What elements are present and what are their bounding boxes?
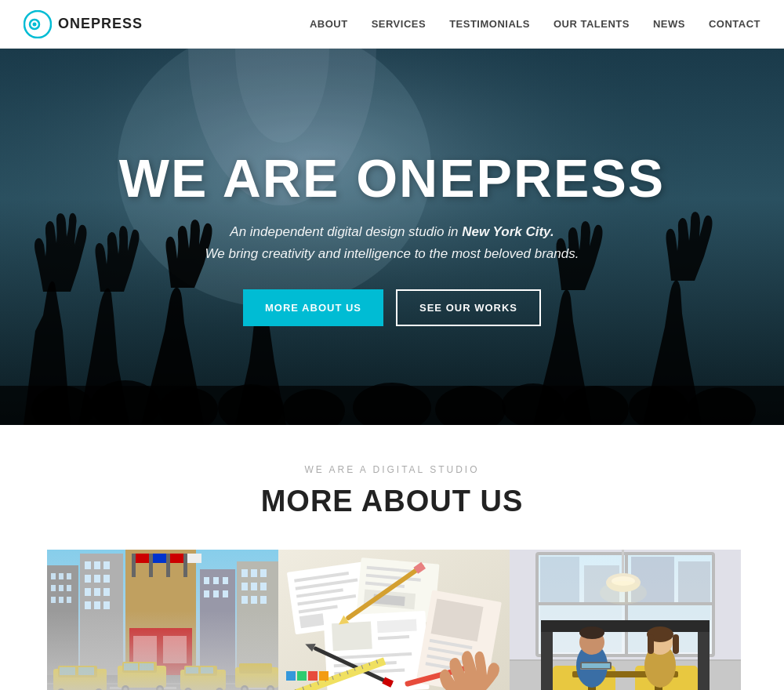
svg-rect-169 [540, 557, 579, 602]
svg-rect-105 [239, 663, 272, 674]
svg-rect-99 [201, 667, 213, 674]
svg-rect-98 [186, 667, 198, 674]
hero-subtitle: An independent digital design studio in … [119, 224, 665, 240]
svg-rect-74 [47, 683, 278, 685]
main-nav: ABOUT SERVICES TESTIMONIALS OUR TALENTS … [310, 18, 760, 30]
svg-rect-29 [59, 597, 64, 603]
svg-rect-22 [51, 573, 56, 579]
svg-rect-82 [60, 667, 75, 675]
svg-rect-90 [124, 663, 138, 670]
hero-title: WE ARE ONEPRESS [119, 147, 665, 209]
svg-rect-64 [241, 569, 248, 577]
design-illustration [278, 550, 510, 690]
svg-rect-89 [122, 662, 157, 673]
svg-rect-177 [541, 628, 553, 690]
svg-rect-195 [673, 634, 679, 654]
svg-rect-32 [85, 561, 91, 569]
svg-rect-56 [200, 569, 235, 675]
svg-rect-97 [184, 666, 217, 676]
logo-area[interactable]: ONEPRESS [24, 10, 143, 38]
nav-contact[interactable]: CONTACT [709, 18, 760, 30]
svg-rect-126 [377, 619, 417, 634]
svg-rect-48 [132, 554, 136, 577]
svg-point-0 [24, 11, 51, 38]
see-our-works-button[interactable]: SEE OUR WORKS [396, 289, 541, 326]
svg-rect-54 [183, 554, 187, 577]
svg-rect-45 [129, 628, 192, 675]
svg-rect-160 [297, 671, 307, 681]
svg-point-94 [156, 685, 164, 690]
svg-rect-104 [235, 667, 278, 688]
svg-rect-88 [118, 666, 166, 688]
svg-rect-73 [47, 675, 278, 690]
svg-rect-55 [187, 554, 201, 563]
svg-rect-59 [223, 577, 228, 584]
svg-rect-47 [163, 636, 187, 663]
card-history-image [47, 550, 278, 690]
office-illustration [510, 550, 741, 690]
svg-rect-51 [153, 554, 167, 563]
svg-point-2 [33, 22, 37, 26]
svg-rect-62 [223, 590, 228, 597]
svg-rect-40 [103, 588, 110, 596]
svg-rect-25 [51, 585, 56, 591]
svg-point-109 [269, 688, 273, 691]
nav-about[interactable]: ABOUT [310, 18, 348, 30]
svg-rect-75 [71, 687, 90, 689]
svg-rect-194 [648, 634, 654, 654]
svg-rect-24 [67, 573, 71, 579]
site-header: ONEPRESS ABOUT SERVICES TESTIMONIALS OUR… [0, 0, 784, 49]
svg-rect-60 [204, 590, 209, 597]
svg-rect-161 [308, 671, 318, 681]
svg-rect-178 [698, 628, 710, 690]
svg-rect-71 [251, 596, 257, 604]
svg-rect-79 [247, 687, 267, 689]
svg-rect-57 [204, 577, 209, 584]
svg-point-106 [241, 685, 249, 690]
svg-rect-30 [67, 597, 71, 603]
svg-rect-172 [678, 561, 710, 602]
logo-text: ONEPRESS [58, 16, 143, 32]
nav-testimonials[interactable]: TESTIMONIALS [449, 18, 530, 30]
hero-buttons: MORE ABOUT US SEE OUR WORKS [119, 289, 665, 326]
svg-rect-78 [204, 687, 223, 689]
svg-rect-28 [51, 597, 56, 603]
svg-rect-46 [133, 636, 157, 663]
svg-rect-179 [541, 620, 710, 632]
logo-icon [24, 10, 52, 38]
nav-our-talents[interactable]: OUR TALENTS [554, 18, 630, 30]
nav-services[interactable]: SERVICES [372, 18, 426, 30]
nav-news[interactable]: NEWS [653, 18, 685, 30]
svg-rect-80 [53, 669, 107, 690]
svg-rect-65 [251, 569, 257, 577]
hero-content: WE ARE ONEPRESS An independent digital d… [88, 147, 696, 326]
svg-rect-96 [180, 670, 226, 690]
svg-point-95 [158, 688, 162, 691]
svg-point-93 [124, 688, 128, 691]
svg-rect-63 [237, 561, 278, 675]
svg-rect-50 [149, 554, 153, 577]
svg-rect-42 [94, 601, 100, 609]
more-about-us-button[interactable]: MORE ABOUT US [243, 289, 383, 326]
svg-rect-81 [58, 666, 97, 677]
svg-rect-125 [332, 622, 372, 652]
about-section: WE ARE A DIGITAL STUDIO MORE ABOUT US [0, 425, 784, 690]
hero-subtitle2: We bring creativity and intelligence to … [119, 246, 665, 262]
cards-row: OUR HISTORY [24, 550, 760, 690]
svg-rect-49 [136, 554, 150, 563]
nyc-illustration [47, 550, 278, 690]
card-history: OUR HISTORY [47, 550, 278, 690]
svg-rect-37 [103, 575, 110, 583]
svg-point-108 [267, 685, 274, 690]
svg-rect-77 [157, 687, 176, 689]
svg-rect-83 [78, 667, 94, 675]
svg-rect-21 [47, 565, 78, 675]
svg-rect-91 [140, 663, 154, 670]
svg-rect-72 [260, 596, 267, 604]
svg-rect-36 [94, 575, 100, 583]
svg-rect-67 [241, 583, 248, 590]
hero-subtitle-text1: An independent digital design studio in [230, 224, 462, 239]
svg-rect-190 [582, 663, 610, 668]
svg-rect-76 [110, 687, 129, 689]
hero-subtitle-bold: New York City. [462, 224, 554, 239]
